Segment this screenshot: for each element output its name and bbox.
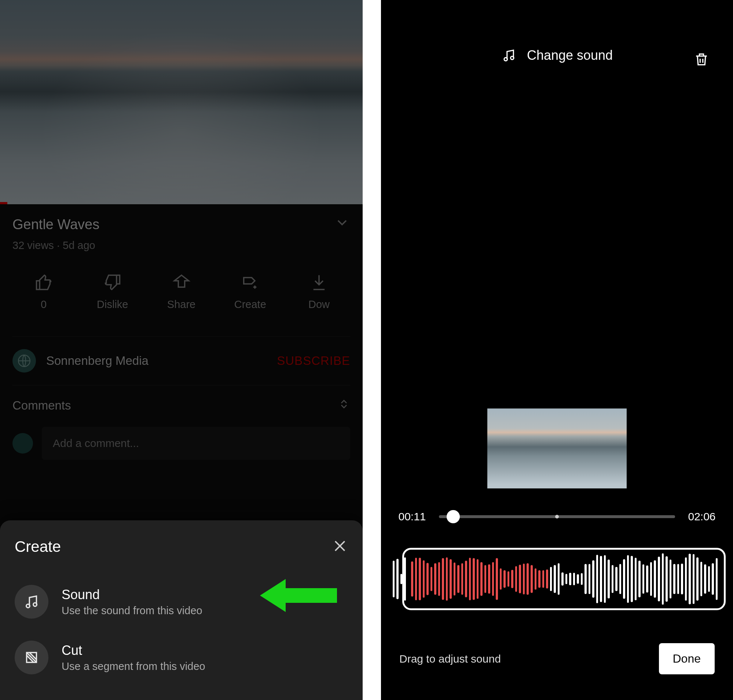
timeline-track[interactable]: [439, 515, 675, 518]
video-watch-screen: Gentle Waves 32 views · 5d ago 0 Dislike…: [0, 0, 363, 700]
comments-section: Comments Add a comment...: [0, 385, 363, 460]
close-icon: [332, 538, 348, 554]
globe-icon: [16, 353, 32, 369]
share-button[interactable]: Share: [154, 273, 209, 310]
download-button[interactable]: Dow: [291, 273, 346, 310]
sheet-item-subtitle: Use a segment from this video: [62, 660, 205, 672]
comment-input[interactable]: Add a comment...: [42, 427, 350, 460]
sheet-item-sound[interactable]: Sound Use the sound from this video: [15, 574, 348, 629]
create-bottom-sheet: Create Sound Use the sound from this vid…: [0, 520, 363, 700]
sheet-item-title: Sound: [62, 587, 202, 603]
share-icon: [172, 273, 191, 292]
close-button[interactable]: [332, 538, 348, 556]
video-meta: 32 views · 5d ago: [12, 240, 350, 251]
timeline-midpoint-marker: [555, 515, 559, 519]
sheet-item-title: Cut: [62, 643, 205, 658]
video-thumbnail: [487, 409, 627, 488]
music-note-icon: [501, 48, 517, 63]
channel-name: Sonnenberg Media: [46, 354, 149, 368]
svg-point-11: [511, 56, 514, 60]
svg-point-3: [26, 604, 30, 608]
thumbs-down-icon: [103, 273, 122, 292]
trash-icon: [693, 51, 709, 68]
playback-timeline[interactable]: 00:11 02:06: [381, 510, 733, 523]
sort-icon[interactable]: [338, 398, 350, 413]
time-total: 02:06: [685, 510, 718, 523]
sound-editor-screen: Change sound 00:11 02:06 Drag to adjust …: [381, 0, 733, 700]
thumbs-up-icon: [34, 273, 53, 292]
channel-row[interactable]: Sonnenberg Media SUBSCRIBE: [12, 336, 350, 385]
change-sound-button[interactable]: Change sound: [527, 48, 613, 63]
waveform-editor[interactable]: [388, 548, 726, 610]
cut-segment-icon: [23, 649, 40, 666]
chevron-down-icon[interactable]: [334, 215, 350, 234]
drag-hint-label: Drag to adjust sound: [399, 653, 501, 665]
playback-progress[interactable]: [0, 202, 7, 204]
music-note-icon: [23, 593, 40, 610]
create-icon: [241, 273, 260, 292]
download-icon: [309, 273, 328, 292]
video-details: Gentle Waves 32 views · 5d ago 0 Dislike…: [0, 204, 363, 385]
svg-point-10: [504, 57, 508, 61]
video-title: Gentle Waves: [12, 217, 99, 232]
done-button[interactable]: Done: [659, 643, 715, 674]
user-avatar[interactable]: [12, 433, 33, 454]
comments-header-label: Comments: [12, 399, 71, 413]
create-button[interactable]: Create: [222, 273, 278, 310]
channel-avatar[interactable]: [12, 349, 36, 372]
sheet-item-subtitle: Use the sound from this video: [62, 604, 202, 617]
delete-sound-button[interactable]: [693, 51, 709, 69]
subscribe-button[interactable]: SUBSCRIBE: [277, 354, 350, 368]
dislike-button[interactable]: Dislike: [85, 273, 140, 310]
waveform-inside: [407, 548, 722, 610]
sheet-item-cut[interactable]: Cut Use a segment from this video: [15, 629, 348, 685]
time-current: 00:11: [396, 510, 429, 523]
like-button[interactable]: 0: [16, 273, 71, 310]
like-count: 0: [41, 299, 47, 310]
pane-divider: [363, 0, 381, 700]
video-player[interactable]: [0, 0, 363, 204]
timeline-thumb[interactable]: [447, 510, 460, 523]
sheet-title: Create: [15, 538, 61, 556]
svg-point-4: [33, 603, 37, 606]
